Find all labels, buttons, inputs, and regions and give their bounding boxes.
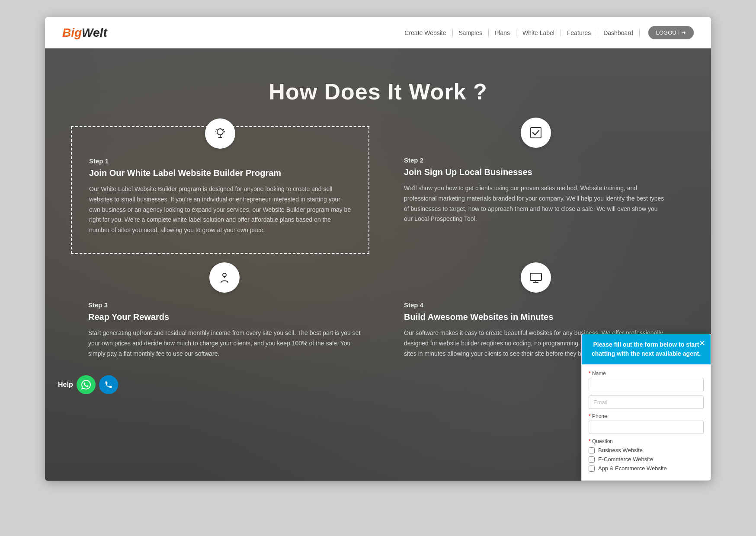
name-input[interactable]: [589, 378, 704, 391]
step1-icon: [205, 118, 235, 149]
chat-close-button[interactable]: ✕: [699, 338, 705, 348]
chat-header: Please fill out the form below to start …: [582, 334, 711, 364]
question-label: * Question: [589, 438, 704, 444]
svg-rect-8: [531, 128, 541, 138]
logo[interactable]: BigWelt: [62, 26, 107, 40]
svg-line-5: [223, 129, 224, 130]
option-app: App & Ecommerce Website: [589, 465, 704, 472]
option-ecommerce-label: E-Commerce Website: [598, 456, 653, 463]
phone-button[interactable]: [99, 375, 118, 394]
email-input[interactable]: [589, 396, 704, 409]
checkbox-ecommerce[interactable]: [589, 456, 595, 463]
svg-point-9: [223, 273, 226, 277]
help-area: Help: [58, 375, 118, 394]
step2-title: Join Sign Up Local Businesses: [404, 167, 668, 177]
logout-button[interactable]: LOGOUT ➜: [648, 26, 694, 39]
nav: Create Website Samples Plans White Label…: [398, 26, 694, 39]
phone-label: * Phone: [589, 413, 704, 419]
header: BigWelt Create Website Samples Plans Whi…: [45, 17, 711, 48]
nav-white-label[interactable]: White Label: [516, 29, 561, 36]
checkbox-business[interactable]: [589, 447, 595, 453]
phone-field: * Phone: [589, 413, 704, 434]
step3-number: Step 3: [88, 301, 361, 309]
step3-icon: [209, 262, 240, 293]
step2-icon: [521, 118, 551, 148]
step3-title: Reap Your Rewards: [88, 312, 361, 322]
nav-dashboard[interactable]: Dashboard: [597, 29, 640, 36]
logo-welt: Welt: [82, 26, 107, 39]
step3-text: Start generating upfront and residual mo…: [88, 328, 361, 359]
logo-big: Big: [62, 26, 82, 39]
svg-line-4: [217, 129, 218, 130]
step-card-1: Step 1 Join Our White Label Website Buil…: [71, 126, 369, 254]
browser-window: BigWelt Create Website Samples Plans Whi…: [45, 17, 711, 481]
nav-samples[interactable]: Samples: [453, 29, 489, 36]
option-app-label: App & Ecommerce Website: [598, 465, 667, 472]
phone-input[interactable]: [589, 421, 704, 434]
hero-title: How Does It Work ?: [45, 48, 711, 126]
help-label: Help: [58, 381, 73, 389]
svg-point-0: [217, 129, 223, 135]
nav-create-website[interactable]: Create Website: [398, 29, 452, 36]
chat-header-text: Please fill out the form below to start …: [592, 341, 701, 357]
email-field: [589, 396, 704, 409]
checkbox-app[interactable]: [589, 466, 595, 472]
step4-title: Build Awesome Websites in Minutes: [404, 312, 668, 322]
option-business: Business Website: [589, 447, 704, 453]
svg-rect-10: [530, 273, 541, 281]
step2-number: Step 2: [404, 156, 668, 164]
nav-plans[interactable]: Plans: [489, 29, 516, 36]
step1-title: Join Our White Label Website Builder Pro…: [89, 168, 351, 178]
main-content: How Does It Work ? Step 1: [45, 48, 711, 481]
chat-popup: Please fill out the form below to start …: [581, 334, 711, 481]
name-field: * Name: [589, 370, 704, 391]
step4-number: Step 4: [404, 301, 668, 309]
step1-number: Step 1: [89, 157, 351, 165]
step1-text: Our White Label Website Builder program …: [89, 184, 351, 236]
step-card-3: Step 3 Reap Your Rewards Start generatin…: [71, 271, 378, 376]
whatsapp-button[interactable]: [77, 375, 96, 394]
step4-icon: [521, 262, 551, 293]
chat-body: * Name * Phone * Question Business Websi…: [582, 364, 711, 480]
option-business-label: Business Website: [598, 447, 643, 453]
nav-features[interactable]: Features: [561, 29, 597, 36]
option-ecommerce: E-Commerce Website: [589, 456, 704, 463]
step2-text: We'll show you how to get clients using …: [404, 183, 668, 224]
step-card-2: Step 2 Join Sign Up Local Businesses We'…: [378, 126, 685, 271]
name-label: * Name: [589, 370, 704, 376]
